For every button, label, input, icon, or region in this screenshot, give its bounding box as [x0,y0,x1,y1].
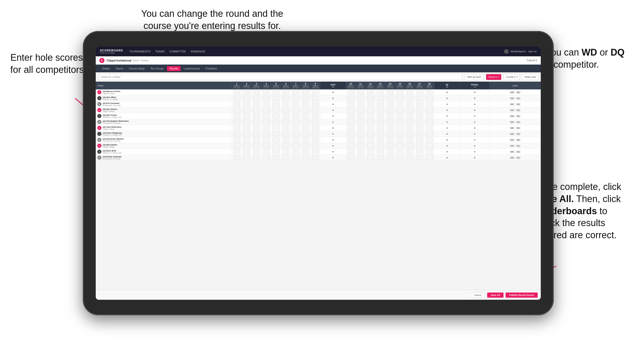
round-select[interactable]: Round 1 [486,74,501,80]
nav-rankings[interactable]: RANKINGS [191,50,205,53]
dq-button[interactable]: DQ [516,139,521,141]
hole-2-input[interactable] [243,149,250,154]
hole-9-input[interactable] [312,132,319,136]
dq-button[interactable]: DQ [516,121,521,123]
sign-out-link[interactable]: Sign out [528,50,537,53]
wd-button[interactable]: WD [510,127,515,129]
hole-5-input[interactable] [272,120,280,124]
hole-3-input[interactable] [253,132,260,136]
hole-5-input[interactable] [272,126,280,130]
hole-7-input[interactable] [292,90,299,95]
hole-10-input[interactable] [347,126,354,130]
hole-16-input[interactable] [406,143,413,148]
hole-8-input[interactable] [302,137,309,142]
hole-5-input[interactable] [272,102,280,106]
hole-8-input[interactable] [302,155,309,160]
hole-2-input[interactable] [243,120,250,124]
hole-11-input[interactable] [357,120,364,124]
hole-4-input[interactable] [263,114,270,118]
hole-17-input[interactable] [416,90,423,95]
hole-17-input[interactable] [416,120,423,124]
wd-button[interactable]: WD [510,151,515,153]
hole-2-input[interactable] [243,96,250,101]
hole-1-input[interactable] [233,114,240,118]
hole-10-input[interactable] [347,102,354,106]
hole-15-input[interactable] [396,102,404,106]
hole-7-input[interactable] [292,120,299,124]
hole-17-input[interactable] [416,143,423,148]
hole-5-input[interactable] [272,132,280,136]
hole-12-input[interactable] [367,108,374,112]
wd-button[interactable]: WD [510,121,515,123]
cancel-bottom-button[interactable]: Cancel [470,292,485,298]
hole-18-input[interactable] [426,132,433,136]
hole-14-input[interactable] [387,114,394,118]
hole-12-input[interactable] [367,137,374,142]
hole-14-input[interactable] [387,143,394,148]
tab-teams[interactable]: Teams [113,66,126,71]
hole-6-input[interactable] [282,114,290,118]
hole-8-input[interactable] [302,108,309,112]
hole-16-input[interactable] [406,132,413,136]
hole-15-input[interactable] [396,126,404,130]
dq-button[interactable]: DQ [516,115,521,117]
hole-6-input[interactable] [282,90,290,95]
hole-3-input[interactable] [253,108,260,112]
hole-9-input[interactable] [312,137,319,142]
hole-7-input[interactable] [292,102,299,106]
hole-1-input[interactable] [233,96,240,101]
hole-10-input[interactable] [347,132,354,136]
hole-12-input[interactable] [367,155,374,160]
hole-5-input[interactable] [272,143,280,148]
tab-printables[interactable]: Printables [203,66,219,71]
hole-18-input[interactable] [426,149,433,154]
hole-5-input[interactable] [272,96,280,101]
hole-16-input[interactable] [406,102,413,106]
nav-committee[interactable]: COMMITTEE [169,50,186,53]
hole-12-input[interactable] [367,132,374,136]
hole-11-input[interactable] [357,90,364,95]
hole-7-input[interactable] [292,96,299,101]
wd-button[interactable]: WD [510,115,515,117]
hole-13-input[interactable] [377,137,384,142]
hole-14-input[interactable] [387,108,394,112]
hole-2-input[interactable] [243,126,250,130]
hole-4-input[interactable] [263,90,270,95]
totals-only-button[interactable]: Totals Only [522,74,538,80]
hole-3-input[interactable] [253,114,260,118]
hole-1-input[interactable] [233,132,240,136]
hole-4-input[interactable] [263,102,270,106]
hole-13-input[interactable] [377,132,384,136]
hole-15-input[interactable] [396,90,404,95]
tab-results[interactable]: Results [167,66,181,71]
hole-14-input[interactable] [387,90,394,95]
wd-button[interactable]: WD [510,133,515,135]
hole-13-input[interactable] [377,96,384,101]
hole-5-input[interactable] [272,137,280,142]
hole-15-input[interactable] [396,155,404,160]
hole-4-input[interactable] [263,137,270,142]
nav-tournaments[interactable]: TOURNAMENTS [129,50,151,53]
hole-16-input[interactable] [406,90,413,95]
hole-10-input[interactable] [347,90,354,95]
hole-7-input[interactable] [292,143,299,148]
hole-8-input[interactable] [302,90,309,95]
hole-18-input[interactable] [426,137,433,142]
hole-11-input[interactable] [357,114,364,118]
hole-8-input[interactable] [302,149,309,154]
hole-13-input[interactable] [377,155,384,160]
dq-button[interactable]: DQ [516,109,521,111]
hole-13-input[interactable] [377,108,384,112]
hole-9-input[interactable] [312,102,319,106]
hole-3-input[interactable] [253,126,260,130]
hole-11-input[interactable] [357,96,364,101]
cancel-tournament-btn[interactable]: Cancel X [527,59,537,62]
hole-6-input[interactable] [282,126,290,130]
dq-button[interactable]: DQ [516,151,521,153]
hole-4-input[interactable] [263,120,270,124]
dq-button[interactable]: DQ [516,127,521,129]
hole-8-input[interactable] [302,120,309,124]
hole-15-input[interactable] [396,137,404,142]
dq-button[interactable]: DQ [516,133,521,135]
dq-button[interactable]: DQ [516,103,521,105]
